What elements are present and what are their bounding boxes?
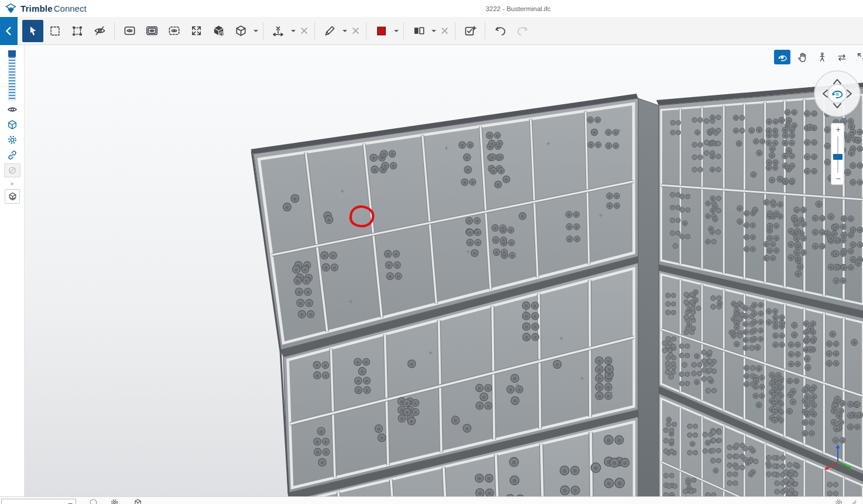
z-axis-arrow (835, 444, 840, 448)
toolbar-separator (366, 22, 367, 40)
sidebar-models-button[interactable] (0, 189, 25, 204)
eye-box-icon (123, 24, 136, 37)
bottom-model-button[interactable] (133, 498, 142, 504)
toolbar-separator (114, 22, 115, 40)
pan-tool-button[interactable] (794, 50, 810, 64)
zoom-slider-handle[interactable] (833, 154, 843, 160)
sidebar-visibility-button[interactable] (0, 104, 25, 115)
view-isolate-button[interactable] (141, 20, 162, 42)
save-markup-button[interactable] (460, 20, 481, 42)
cursor-arrow-icon (26, 25, 39, 37)
eye-icon (6, 104, 18, 115)
cube-icon (6, 119, 18, 131)
close-icon (300, 27, 308, 35)
walk-tool-button[interactable] (814, 50, 830, 64)
zoom-control: + − (831, 123, 844, 185)
expand-arrows-icon (190, 24, 203, 37)
resize-corner-button[interactable] (850, 498, 858, 504)
busterminal-walls[interactable] (251, 83, 863, 504)
hand-icon (796, 52, 808, 63)
section-tool-button[interactable] (230, 20, 251, 42)
person-icon (816, 52, 828, 63)
close-icon (441, 27, 448, 35)
transform-select-button[interactable] (67, 20, 88, 42)
zoom-out-button[interactable]: − (831, 174, 845, 183)
split-view-icon (412, 24, 426, 37)
undo-button[interactable] (489, 20, 511, 42)
back-button[interactable] (0, 17, 18, 45)
eye-box-double-icon (145, 24, 159, 37)
fit-view-button[interactable] (186, 20, 207, 42)
app-header: TrimbleConnect 3222 - Busterminal.ifc (0, 0, 863, 17)
pen-icon (323, 24, 337, 37)
draw-markup-dropdown[interactable] (341, 20, 348, 42)
close-split-view-button[interactable] (437, 20, 451, 42)
clear-markup-button[interactable] (348, 20, 362, 42)
chevron-down-icon (291, 30, 296, 35)
play-icon (8, 180, 16, 188)
model-viewport[interactable]: + − (25, 45, 863, 504)
split-view-dropdown[interactable] (430, 20, 437, 42)
toolbar-separator (455, 22, 456, 40)
slash-circle-icon (8, 166, 17, 175)
chevron-down-icon (254, 30, 258, 35)
close-icon (352, 27, 359, 35)
swap-arrows-icon (836, 52, 848, 63)
document-title: 3222 - Busterminal.ifc (485, 5, 550, 12)
redo-button[interactable] (512, 20, 533, 42)
sidebar-settings-button[interactable] (0, 134, 25, 146)
trimble-logo-icon (5, 3, 16, 14)
orbit-icon (776, 52, 788, 63)
fullscreen-button[interactable] (854, 50, 863, 64)
view-show-hidden-button[interactable] (163, 20, 184, 42)
sidebar-model-button[interactable] (0, 119, 25, 131)
markup-color-button[interactable] (371, 20, 392, 42)
viewer-sidebar (0, 45, 25, 504)
view-focus-button[interactable] (119, 20, 140, 42)
chevron-left-icon (2, 25, 15, 37)
model-3d-canvas[interactable] (25, 45, 863, 504)
sidebar-play-button[interactable] (0, 180, 25, 188)
clear-measure-button[interactable] (297, 20, 311, 42)
sync-settings-button[interactable] (110, 498, 119, 504)
toolbar-separator (403, 22, 404, 40)
bottom-left-dropdown[interactable] (1, 499, 76, 504)
axis-triad (819, 438, 861, 483)
draw-markup-button[interactable] (319, 20, 340, 42)
history-circle-icon (89, 498, 98, 504)
toolbar-separator (485, 22, 485, 40)
orbit-wheel[interactable] (813, 69, 862, 118)
bottom-settings-button[interactable] (834, 498, 843, 504)
explode-slider-handle[interactable] (8, 50, 16, 57)
resize-corner-icon (850, 498, 858, 504)
x-axis (827, 462, 838, 468)
sidebar-link-button[interactable] (0, 149, 25, 161)
look-around-button[interactable] (834, 50, 850, 64)
brand-secondary: Connect (54, 4, 87, 13)
color-swatch-icon (375, 24, 388, 37)
chevron-down-icon (432, 30, 436, 35)
hide-button[interactable] (89, 20, 110, 42)
section-tool-dropdown[interactable] (252, 20, 259, 42)
measure-tool-dropdown[interactable] (289, 20, 297, 42)
brand-primary: Trimble (20, 4, 53, 13)
split-view-button[interactable] (408, 20, 429, 42)
sidebar-ghost-button[interactable] (0, 163, 25, 177)
history-button[interactable] (89, 498, 98, 504)
toolbar-separator (314, 22, 315, 40)
zoom-in-button[interactable]: + (831, 125, 845, 133)
orbit-tool-button[interactable] (774, 50, 790, 64)
undo-icon (494, 24, 507, 37)
dashed-square-handles-icon (71, 25, 84, 37)
explode-slider[interactable] (8, 50, 16, 101)
chevron-down-icon (343, 30, 347, 35)
cube-solid-icon (212, 24, 225, 37)
trimble-connect-3d-viewer: TrimbleConnect 3222 - Busterminal.ifc (0, 0, 863, 504)
select-tool-button[interactable] (22, 20, 43, 42)
measure-tool-button[interactable] (268, 20, 289, 42)
marquee-select-button[interactable] (44, 20, 66, 42)
markup-color-dropdown[interactable] (392, 20, 400, 42)
sync-gear-icon (110, 498, 119, 504)
explode-tool-button[interactable] (208, 20, 229, 42)
brand[interactable]: TrimbleConnect (5, 3, 87, 14)
